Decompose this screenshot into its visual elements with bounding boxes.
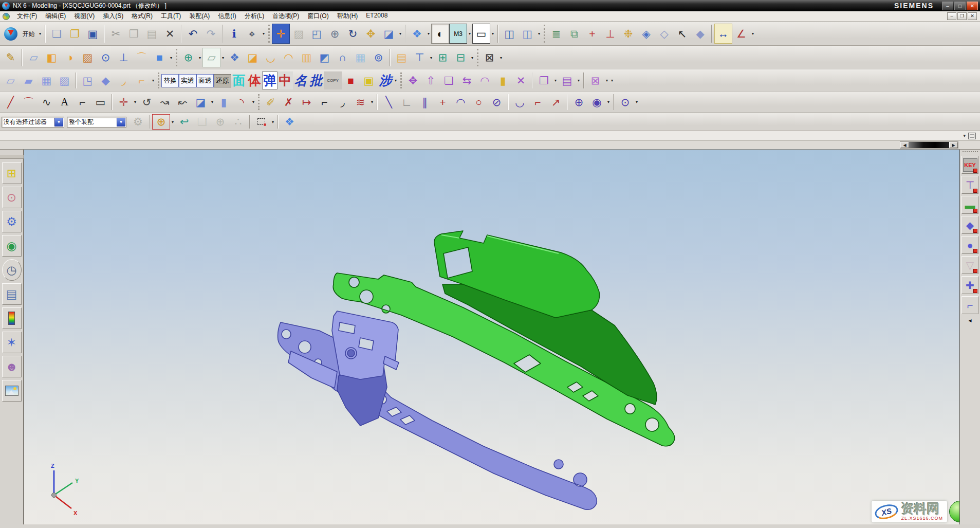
hole-button[interactable]: ⊙ [97, 48, 115, 67]
visual-effects-tab[interactable]: ✶ [2, 332, 22, 353]
face-plane-arrow[interactable]: ▾ [220, 48, 226, 66]
snap-point-arrow[interactable]: ▾ [170, 115, 175, 129]
pattern-feature-arrow[interactable]: ▾ [576, 72, 581, 89]
viewport-3d-canvas[interactable]: Z Y X [24, 150, 960, 524]
mdi-restore-button[interactable]: ❐ [957, 12, 967, 20]
dock-dropdown-arrow[interactable]: ▾ [963, 133, 966, 138]
clip-work-section-button[interactable]: ◫ [519, 24, 537, 44]
palette-part-tee[interactable]: ⊤ [961, 176, 978, 194]
clip-arrow[interactable]: ▾ [537, 25, 542, 43]
orient-view-arrow[interactable]: ▾ [426, 25, 431, 43]
menu-l[interactable]: 分析(L) [241, 11, 269, 21]
offset-curve-button[interactable]: ↺ [138, 94, 156, 111]
menu-s[interactable]: 插入(S) [99, 11, 127, 21]
process-navigator-tab[interactable]: ▤ [2, 283, 22, 305]
surface-arrow[interactable]: ▾ [151, 72, 156, 89]
show-hide-button[interactable]: ◈ [637, 24, 655, 44]
name-char-button[interactable]: 名 [293, 71, 308, 89]
palette-part-elbow[interactable]: ⌐ [961, 296, 978, 314]
scroll-right-button[interactable]: ▶ [949, 142, 958, 148]
immediate-hide-button[interactable]: ◇ [655, 24, 673, 44]
trim-curve-button[interactable]: ✗ [280, 94, 298, 111]
more-tools-arrow[interactable]: ▾ [609, 72, 615, 89]
parallel-constraint-button[interactable]: ∥ [416, 94, 434, 111]
boolean-arrow[interactable]: ▾ [470, 48, 475, 66]
gallery-tab[interactable] [2, 380, 22, 402]
wrap-curve-button[interactable]: ▮ [215, 94, 233, 111]
yellow-cube-button[interactable]: ▣ [360, 71, 378, 89]
zoom-window-button[interactable]: ◰ [308, 24, 326, 44]
scroll-left-button[interactable]: ◀ [900, 142, 909, 148]
copy-feature-arrow[interactable]: ▾ [553, 72, 558, 89]
menu-a[interactable]: 装配(A) [185, 11, 214, 21]
corner-reference-button[interactable]: ⌐ [529, 94, 547, 111]
snap-point-button[interactable]: ⊕ [152, 114, 170, 129]
circle-center-button[interactable]: ⊕ [570, 94, 588, 111]
palette-part-cross[interactable]: ✚ [961, 276, 978, 294]
undo-button[interactable]: ↶ [184, 24, 202, 44]
background-button[interactable]: ▭ [472, 24, 490, 44]
corner-curve-button[interactable]: ⌐ [316, 94, 334, 111]
interference-char-button[interactable]: 涉 [378, 71, 393, 89]
fillet-curve-button[interactable]: ◞ [334, 94, 352, 111]
menu-f[interactable]: 文件(F) [13, 11, 41, 21]
resource-bar-tab[interactable] [0, 155, 24, 159]
marquee-arrow[interactable]: ▾ [270, 115, 275, 129]
move-face-button[interactable]: ❏ [440, 71, 458, 89]
close-button[interactable]: ✕ [967, 2, 978, 10]
resize-feature-button[interactable]: ⊠ [586, 71, 604, 89]
pan-view-button[interactable]: ✥ [362, 24, 380, 44]
constraint-navigator-tab[interactable]: ⊙ [2, 187, 22, 208]
full-screen-icon[interactable] [968, 133, 976, 139]
shaded-display-button[interactable]: ◐ [431, 24, 449, 44]
menu-p[interactable]: 首选项(P) [268, 11, 303, 21]
custom-arrow[interactable]: ▾ [393, 72, 398, 89]
face-plane-button[interactable]: ▱ [202, 48, 220, 67]
menu-r[interactable]: 格式(R) [127, 11, 157, 21]
undo-selection-button[interactable]: ↩ [175, 114, 193, 129]
roles-tab[interactable]: ☻ [2, 356, 22, 377]
menu-v[interactable]: 视图(V) [70, 11, 99, 21]
point-snap-button[interactable]: ⊕ [211, 114, 229, 129]
graphics-window[interactable]: Z Y X XS 资料网 ZL.XS1616.COM [24, 150, 960, 524]
cutout-button[interactable]: ⊚ [369, 48, 387, 67]
part-navigator-tab[interactable]: ⚙ [2, 211, 22, 232]
horizontal-scrollbar[interactable]: ◀ ▶ [900, 141, 958, 149]
trim-body-button[interactable]: ◪ [244, 48, 262, 67]
face-char-button[interactable]: 面 [231, 71, 247, 89]
arc-button[interactable]: ⌒ [20, 94, 38, 111]
unite-button[interactable]: ⊞ [434, 48, 452, 67]
tangent-arc-button[interactable]: ◠ [452, 94, 470, 111]
replace-button[interactable]: 替换 [161, 74, 179, 87]
center-char-button[interactable]: 中 [278, 71, 293, 89]
sketch-csys-button[interactable]: ∟ [398, 94, 416, 111]
object-display-button[interactable]: ❉ [619, 24, 637, 44]
line-button[interactable]: ╱ [2, 94, 20, 111]
point-arrow[interactable]: ▾ [133, 94, 138, 110]
selection-filter-arrow-icon[interactable]: ▼ [54, 118, 63, 126]
isometric-view-button[interactable]: ❖ [408, 24, 426, 44]
nx-app-button[interactable] [2, 24, 20, 44]
menu-h[interactable]: 帮助(H) [333, 11, 362, 21]
fit-view-button[interactable]: ✛ [272, 24, 290, 44]
purple-strip-face[interactable] [278, 322, 597, 509]
copy-feature-button[interactable]: ❐ [535, 71, 553, 89]
save-button[interactable]: ▣ [84, 24, 102, 44]
batch-char-button[interactable]: 批 [308, 71, 324, 89]
reference-circle-button[interactable]: ○ [470, 94, 488, 111]
component-chain-button[interactable]: ∴ [229, 114, 247, 129]
solid-transparent-button[interactable]: 实透 [179, 74, 196, 87]
delete-face-button[interactable]: ✕ [512, 71, 530, 89]
render-style-arrow[interactable]: ▾ [467, 25, 472, 43]
history-tab[interactable]: ◷ [2, 259, 22, 281]
measure-angle-button[interactable]: ∠ [732, 24, 750, 44]
simplify-curve-button[interactable]: ↜ [174, 94, 192, 111]
start-menu-button[interactable]: 开始 [20, 24, 38, 44]
stamp-arrow[interactable]: ▾ [429, 48, 434, 66]
zoom-disabled-button[interactable]: ▨ [290, 24, 308, 44]
visualization-tab[interactable] [2, 307, 22, 329]
purple-flange-face[interactable] [332, 311, 398, 379]
double-bend-button[interactable]: ∩ [334, 48, 352, 67]
open-file-button[interactable]: ❐ [66, 24, 84, 44]
curve-ops-arrow[interactable]: ▾ [251, 94, 256, 110]
